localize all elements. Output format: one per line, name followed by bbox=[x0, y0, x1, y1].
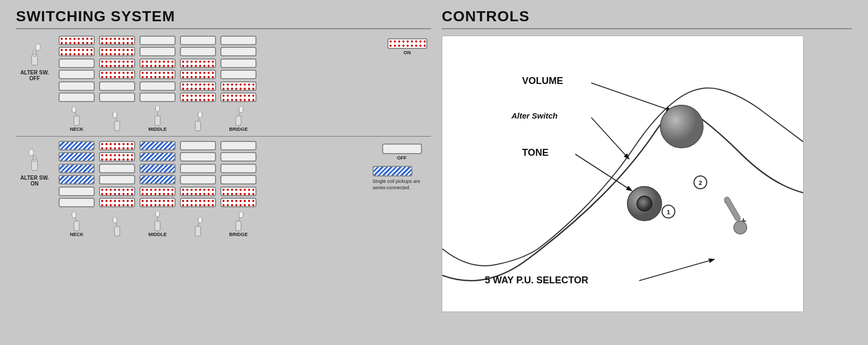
alter-off-icon-col: ALTER SW. OFF bbox=[16, 36, 53, 81]
coil-on-3-4-bot bbox=[180, 198, 216, 207]
coil-on-3-4-top bbox=[180, 187, 216, 196]
svg-rect-16 bbox=[236, 116, 241, 125]
coil-off-3-3-top bbox=[139, 81, 176, 91]
coil-off-2-2-top bbox=[99, 58, 135, 68]
selector-label-text: 5 WAY P.U. SELECTOR bbox=[485, 275, 588, 285]
switching-system-title: SWITCHING SYSTEM bbox=[16, 8, 431, 25]
off-indicator: OFF bbox=[382, 144, 422, 161]
section-separator bbox=[16, 136, 431, 137]
coil-on-1-3-bot bbox=[139, 152, 176, 162]
svg-line-40 bbox=[575, 154, 631, 190]
coil-on-1-4-top bbox=[180, 141, 216, 150]
coil-off-2-4-bot bbox=[180, 70, 216, 79]
svg-point-28 bbox=[113, 217, 117, 223]
coil-off-1-4-top bbox=[180, 36, 216, 45]
svg-point-22 bbox=[29, 149, 34, 156]
pickup-row-on-1 bbox=[59, 141, 367, 162]
alter-off-block: ALTER SW. OFF bbox=[16, 36, 431, 132]
col5-off-r2 bbox=[220, 58, 257, 79]
alter-off-label: ALTER SW. OFF bbox=[16, 70, 53, 81]
pickup-row-on-2 bbox=[59, 164, 367, 184]
coil-off-2-3-bot bbox=[139, 70, 176, 79]
sw-off-pos2 bbox=[99, 112, 135, 132]
col2-on-r1 bbox=[99, 141, 135, 162]
series-note-text: Single coil pickups are series-connected… bbox=[373, 179, 431, 191]
col3-off-r3 bbox=[139, 81, 176, 102]
svg-line-39 bbox=[591, 117, 629, 158]
sw-off-pos1: NECK bbox=[59, 106, 95, 132]
coil-on-3-5-top bbox=[220, 187, 257, 196]
col1-off-r2 bbox=[59, 58, 95, 79]
coil-off-3-2-bot bbox=[99, 92, 135, 102]
col4-on-r2 bbox=[180, 164, 216, 184]
col5-on-r3 bbox=[220, 187, 257, 207]
sw-on-pos3-label: MIDDLE bbox=[148, 232, 167, 237]
on-indicator: ON bbox=[383, 36, 431, 55]
svg-line-38 bbox=[591, 83, 671, 111]
svg-point-6 bbox=[72, 106, 76, 113]
svg-point-12 bbox=[155, 106, 160, 112]
svg-rect-26 bbox=[114, 226, 120, 236]
col5-on-r2 bbox=[220, 164, 257, 184]
switch-on-pos3-icon bbox=[150, 212, 165, 232]
controls-diagram: VOLUME Alter Switch TONE 5 WAY P.U. SELE… bbox=[442, 36, 804, 312]
coil-on-1-2-bot bbox=[99, 152, 135, 162]
title-divider bbox=[16, 28, 431, 29]
svg-rect-4 bbox=[74, 116, 79, 125]
coil-on-2-2-bot bbox=[99, 175, 135, 184]
coil-off-2-3-top bbox=[139, 58, 176, 68]
volume-label-text: VOLUME bbox=[522, 75, 563, 86]
sw-off-pos5: BRIDGE bbox=[220, 106, 257, 132]
coil-off-1-3-bot bbox=[139, 47, 176, 56]
sw-pos3-label: MIDDLE bbox=[148, 127, 167, 132]
col4-on-r3 bbox=[180, 187, 216, 207]
col2-on-r2 bbox=[99, 164, 135, 184]
coil-on-2-1-top bbox=[59, 164, 95, 173]
col1-on-r2 bbox=[59, 164, 95, 184]
col4-off-r2 bbox=[180, 58, 216, 79]
pickup-row-off-2 bbox=[59, 58, 378, 79]
svg-point-15 bbox=[198, 112, 202, 118]
col5-on-r1 bbox=[220, 141, 257, 162]
series-note-block: Single coil pickups are series-connected… bbox=[373, 166, 431, 191]
off-coil-indicator bbox=[382, 144, 422, 154]
pickup-row-off-3 bbox=[59, 81, 378, 102]
alter-off-switch-icon bbox=[24, 41, 45, 68]
col3-off-top bbox=[139, 36, 176, 56]
coil-on-3-3-bot bbox=[139, 198, 176, 207]
switch-on-pos2-icon bbox=[110, 217, 125, 237]
svg-rect-10 bbox=[155, 116, 160, 125]
coil-off-3-4-top bbox=[180, 81, 216, 91]
sw-on-pos1: NECK bbox=[59, 212, 95, 237]
coil-on-2-4-bot bbox=[180, 175, 216, 184]
switch-pos5-icon bbox=[231, 106, 246, 127]
coil-on-1-1-bot bbox=[59, 152, 95, 162]
svg-point-18 bbox=[239, 106, 243, 113]
coil-off-1-2-top bbox=[99, 36, 135, 45]
switching-system-panel: SWITCHING SYSTEM ALTER SW. OFF bbox=[11, 5, 436, 340]
coil-off-3-1-top bbox=[59, 81, 95, 91]
coil-off-2-1-top bbox=[59, 58, 95, 68]
sw-on-pos2 bbox=[99, 217, 135, 237]
coil-off-3-4-bot bbox=[180, 92, 216, 102]
coil-on-1-4-bot bbox=[180, 152, 216, 162]
off-indicator-col: OFF Single coil pickups are series-conne… bbox=[373, 141, 431, 191]
switch-on-pos5-icon bbox=[231, 212, 246, 232]
coil-off-1-5-bot bbox=[220, 47, 257, 56]
on-label: ON bbox=[403, 50, 411, 55]
controls-panel: CONTROLS VOLUME Alter Switch TONE bbox=[436, 5, 857, 340]
sw-on-pos3: MIDDLE bbox=[139, 212, 176, 237]
sw-pos1-label: NECK bbox=[70, 127, 84, 132]
svg-rect-13 bbox=[195, 121, 201, 131]
svg-point-9 bbox=[113, 112, 117, 118]
coil-on-3-2-top bbox=[99, 187, 135, 196]
coil-off-2-5-bot bbox=[220, 70, 257, 79]
coil-on-2-3-bot bbox=[139, 175, 176, 184]
col4-off-top bbox=[180, 36, 216, 56]
blue-hatch-indicator bbox=[373, 166, 412, 176]
coil-on-1-1-top bbox=[59, 141, 95, 150]
coil-on-2-2-top bbox=[99, 164, 135, 173]
coil-off-2-4-top bbox=[180, 58, 216, 68]
col4-on-r1 bbox=[180, 141, 216, 162]
alter-on-icon-col: ALTER SW. ON bbox=[16, 141, 53, 187]
